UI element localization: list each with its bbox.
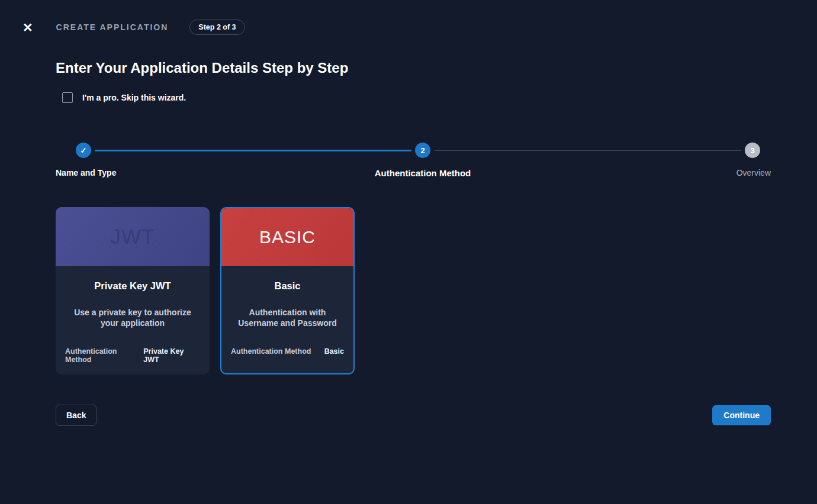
jwt-banner: JWT [56,207,210,266]
page-title: Enter Your Application Details Step by S… [56,60,348,76]
meta-value: Basic [324,347,344,356]
card-private-key-jwt[interactable]: JWT Private Key JWT Use a private key to… [56,207,210,374]
card-description: Authentication with Username and Passwor… [221,307,353,328]
skip-wizard-row: I'm a pro. Skip this wizard. [62,92,186,103]
meta-label: Authentication Method [65,347,143,364]
step-circle-name-and-type[interactable]: ✓ [76,143,91,158]
skip-wizard-checkbox[interactable] [62,92,73,103]
card-meta-row: Authentication Method Private Key JWT [56,347,210,364]
step-badge: Step 2 of 3 [189,20,245,35]
card-meta-row: Authentication Method Basic [221,347,353,356]
card-title: Basic [221,280,353,292]
wizard-stepper: ✓ 2 3 Name and Type Authentication Metho… [56,143,771,185]
skip-wizard-label: I'm a pro. Skip this wizard. [82,93,186,102]
step-circle-overview[interactable]: 3 [745,143,760,158]
wizard-header: ✕ CREATE APPLICATION Step 2 of 3 [22,19,771,35]
step-circle-authentication-method[interactable]: 2 [415,143,430,158]
basic-banner: BASIC [221,208,353,266]
step-label-overview: Overview [736,168,771,177]
card-basic-selected[interactable]: BASIC Basic Authentication with Username… [220,207,355,374]
meta-label: Authentication Method [231,347,311,356]
wizard-title: CREATE APPLICATION [56,22,169,32]
stepper-connector-completed [95,150,411,151]
wizard-footer: Back Continue [56,405,771,426]
jwt-banner-text: JWT [111,225,155,248]
step-number: 3 [750,146,754,155]
card-description: Use a private key to authorize your appl… [56,307,210,328]
back-button[interactable]: Back [56,405,97,426]
step-label-authentication-method: Authentication Method [375,168,471,178]
step-number: 2 [420,146,424,155]
check-icon: ✓ [81,146,87,155]
step-label-name-and-type: Name and Type [56,168,116,177]
meta-value: Private Key JWT [143,347,200,364]
card-title: Private Key JWT [56,280,210,292]
close-icon[interactable]: ✕ [22,21,33,34]
stepper-connector-upcoming [435,150,741,151]
basic-banner-text: BASIC [259,227,316,247]
auth-method-cards: JWT Private Key JWT Use a private key to… [56,207,355,374]
continue-button[interactable]: Continue [712,405,771,425]
